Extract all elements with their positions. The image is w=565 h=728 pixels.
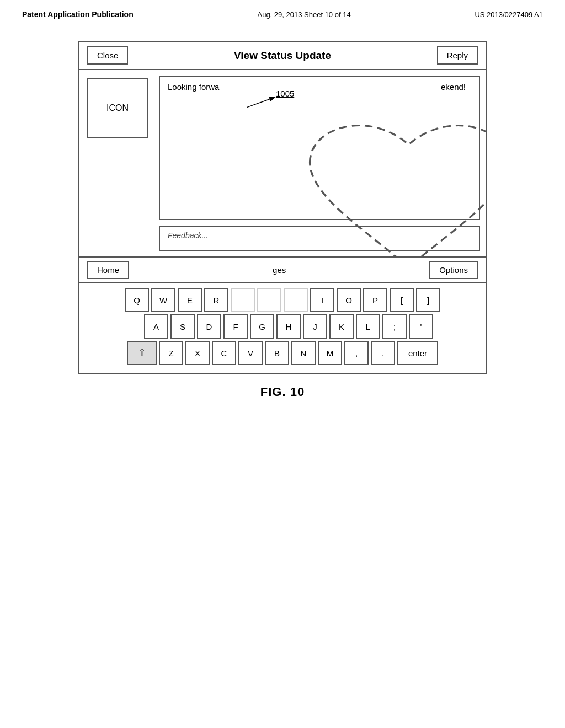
key-quote[interactable]: ' [409,314,433,339]
close-button[interactable]: Close [87,46,128,65]
key-o[interactable]: O [337,288,361,312]
key-z[interactable]: Z [159,341,183,365]
right-content: Looking forwa ekend! Feedback... [156,70,486,256]
keyboard-row-3: ⇧ Z X C V B N M , . enter [84,341,481,365]
key-l[interactable]: L [356,314,380,339]
key-enter[interactable]: enter [397,341,438,365]
keyboard-row-2: A S D F G H J K L ; ' [84,314,481,339]
key-semicolon[interactable]: ; [382,314,407,339]
key-q[interactable]: Q [125,288,149,312]
key-g[interactable]: G [250,314,274,339]
key-b[interactable]: B [265,341,289,365]
publication-label: Patent Application Publication [22,10,134,19]
figure-container: Close View Status Update Reply ICON Look… [78,41,487,374]
nav-bar: Home ges Options [79,258,486,283]
key-bracket-left[interactable]: [ [390,288,414,312]
key-r[interactable]: R [204,288,228,312]
key-shift[interactable]: ⇧ [127,341,157,365]
key-m[interactable]: M [318,341,342,365]
key-c[interactable]: C [212,341,236,365]
key-k[interactable]: K [329,314,354,339]
key-j[interactable]: J [303,314,327,339]
icon-box: ICON [87,78,148,138]
feedback-box: Feedback... [159,226,480,251]
keyboard-area: Q W E R I O P [ ] A S D F G H J K L ; ' [79,283,486,373]
message-box: Looking forwa ekend! [159,76,480,220]
reply-button[interactable]: Reply [437,46,478,65]
feedback-text: Feedback... [168,231,208,240]
key-w[interactable]: W [151,288,175,312]
view-status-title: View Status Update [128,50,436,62]
patent-number: US 2013/0227409 A1 [475,10,543,19]
message-end: ekend! [441,82,466,92]
key-a[interactable]: A [144,314,168,339]
key-t[interactable] [231,288,255,312]
keyboard-row-1: Q W E R I O P [ ] [84,288,481,312]
key-p[interactable]: P [363,288,387,312]
key-x[interactable]: X [185,341,210,365]
key-y[interactable] [257,288,281,312]
pages-label: ges [267,265,291,275]
content-area: ICON Looking forwa ekend! Feedback... 1 [79,70,486,258]
figure-caption: FIG. 10 [0,385,565,399]
page-header: Patent Application Publication Aug. 29, … [0,0,565,24]
key-f[interactable]: F [223,314,248,339]
message-text: Looking forwa [168,82,219,92]
options-button[interactable]: Options [429,261,478,279]
key-u[interactable] [284,288,308,312]
key-comma[interactable]: , [344,341,369,365]
key-i[interactable]: I [310,288,334,312]
key-h[interactable]: H [276,314,301,339]
key-bracket-right[interactable]: ] [416,288,440,312]
key-n[interactable]: N [291,341,316,365]
key-period[interactable]: . [371,341,395,365]
icon-label: ICON [106,103,129,113]
key-v[interactable]: V [238,341,263,365]
top-bar: Close View Status Update Reply [79,42,486,70]
key-d[interactable]: D [197,314,221,339]
sheet-info: Aug. 29, 2013 Sheet 10 of 14 [257,10,350,19]
key-e[interactable]: E [178,288,202,312]
key-s[interactable]: S [170,314,195,339]
home-button[interactable]: Home [87,261,129,279]
